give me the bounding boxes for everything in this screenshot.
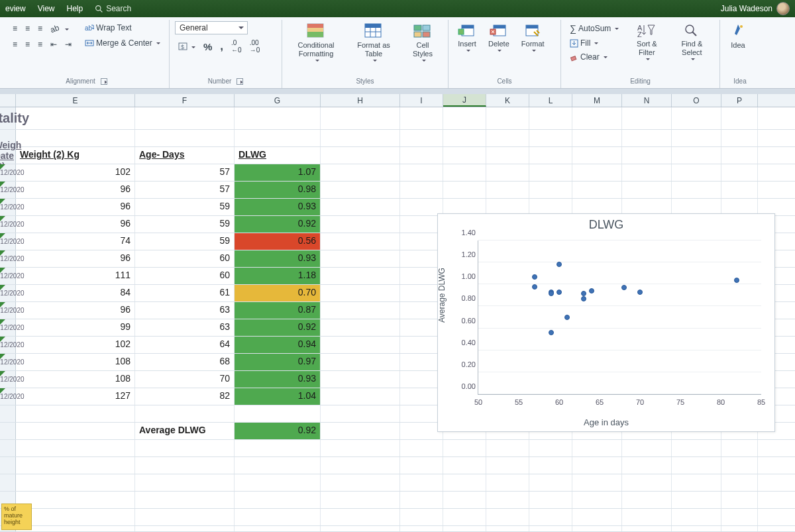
- cell-weigh-date[interactable]: 18/12/2020: [0, 354, 16, 370]
- cell[interactable]: [135, 509, 235, 525]
- cell[interactable]: [443, 509, 486, 525]
- cell-weight[interactable]: 99: [16, 319, 135, 336]
- cell[interactable]: [622, 474, 672, 491]
- column-header-H[interactable]: H: [321, 94, 400, 107]
- cell[interactable]: [400, 457, 443, 474]
- cell[interactable]: [16, 423, 135, 439]
- cell[interactable]: [672, 457, 721, 474]
- worksheet-grid[interactable]: Vitality Weigh Date (2)Weight (2) KgAge-…: [0, 107, 795, 531]
- cell[interactable]: [572, 474, 622, 491]
- cell[interactable]: [572, 492, 622, 508]
- cell[interactable]: [622, 182, 672, 198]
- cell-styles-button[interactable]: Cell Styles: [403, 21, 443, 64]
- align-mid-button[interactable]: ≡: [22, 21, 33, 36]
- cell[interactable]: [235, 440, 321, 456]
- column-header-O[interactable]: O: [672, 94, 721, 107]
- cell-weigh-date[interactable]: 18/12/2020: [0, 216, 16, 233]
- align-top-button[interactable]: ≡: [9, 21, 21, 36]
- orientation-button[interactable]: ab: [47, 21, 72, 36]
- cell[interactable]: [321, 216, 400, 233]
- indent-inc-button[interactable]: ⇥: [62, 38, 75, 51]
- cell-dlwg[interactable]: 0.93: [235, 250, 321, 267]
- cell-dlwg[interactable]: 0.93: [235, 199, 321, 215]
- cell[interactable]: [321, 107, 400, 129]
- cell-dlwg[interactable]: 0.92: [235, 216, 321, 233]
- cell[interactable]: [622, 164, 672, 181]
- cell[interactable]: [572, 457, 622, 474]
- cell[interactable]: [721, 474, 758, 491]
- cell[interactable]: [443, 164, 486, 181]
- cell[interactable]: [721, 526, 758, 531]
- cell[interactable]: [321, 268, 400, 284]
- account-button[interactable]: Julia Wadeson: [721, 2, 790, 15]
- cell[interactable]: [321, 423, 400, 439]
- accounting-format-button[interactable]: $: [175, 37, 199, 56]
- tab-help[interactable]: Help: [66, 4, 83, 13]
- column-header-K[interactable]: K: [486, 94, 529, 107]
- cell[interactable]: [529, 440, 572, 456]
- cell-dlwg[interactable]: 1.07: [235, 164, 321, 181]
- cell[interactable]: [572, 509, 622, 525]
- cell-dlwg[interactable]: 0.93: [235, 371, 321, 388]
- cell[interactable]: [235, 107, 321, 129]
- cell[interactable]: [572, 130, 622, 146]
- cell-age[interactable]: 64: [135, 337, 235, 353]
- cell-weigh-date[interactable]: 18/12/2020: [0, 285, 16, 301]
- cell[interactable]: [235, 130, 321, 146]
- cell[interactable]: [16, 492, 135, 508]
- cell-age[interactable]: 59: [135, 216, 235, 233]
- cell[interactable]: [16, 440, 135, 456]
- cell[interactable]: [622, 492, 672, 508]
- cell[interactable]: [16, 107, 135, 129]
- cell[interactable]: [529, 130, 572, 146]
- decrease-decimal-button[interactable]: .00→0: [246, 37, 264, 56]
- cell-dlwg[interactable]: 0.98: [235, 182, 321, 198]
- cell-weigh-date[interactable]: 18/12/2020: [0, 164, 16, 181]
- cell[interactable]: [400, 164, 443, 181]
- cell[interactable]: [443, 492, 486, 508]
- cell[interactable]: [672, 509, 721, 525]
- row-header[interactable]: [0, 457, 16, 474]
- cell-weigh-date[interactable]: 18/12/2020: [0, 371, 16, 388]
- cell[interactable]: [721, 147, 758, 164]
- cell[interactable]: [321, 250, 400, 267]
- cell-age[interactable]: 63: [135, 319, 235, 336]
- align-center-button[interactable]: ≡: [22, 38, 33, 51]
- cell[interactable]: [321, 233, 400, 250]
- row-header[interactable]: [0, 440, 16, 456]
- cell[interactable]: [672, 182, 721, 198]
- cell[interactable]: [486, 182, 529, 198]
- cell[interactable]: [321, 457, 400, 474]
- cell[interactable]: [443, 474, 486, 491]
- cell[interactable]: [486, 457, 529, 474]
- align-right-button[interactable]: ≡: [34, 38, 46, 51]
- column-header-L[interactable]: L: [529, 94, 572, 107]
- cell-age[interactable]: 57: [135, 164, 235, 181]
- cell[interactable]: [529, 182, 572, 198]
- cell-weigh-date[interactable]: 18/12/2020: [0, 319, 16, 336]
- cell[interactable]: [672, 107, 721, 129]
- column-header-J[interactable]: J: [443, 94, 486, 107]
- cell[interactable]: [672, 164, 721, 181]
- cell[interactable]: [235, 526, 321, 531]
- cell[interactable]: [400, 526, 443, 531]
- tab-review[interactable]: eview: [5, 4, 26, 13]
- cell[interactable]: [443, 147, 486, 164]
- cell[interactable]: [486, 492, 529, 508]
- clear-button[interactable]: Clear: [566, 50, 622, 64]
- cell[interactable]: [443, 182, 486, 198]
- cell-age[interactable]: 57: [135, 182, 235, 198]
- cell[interactable]: [529, 492, 572, 508]
- cell[interactable]: [235, 509, 321, 525]
- cell[interactable]: [400, 474, 443, 491]
- column-header-E[interactable]: E: [16, 94, 135, 107]
- col-header-age[interactable]: Age- Days: [135, 147, 235, 164]
- column-header-M[interactable]: M: [572, 94, 622, 107]
- cell[interactable]: [321, 354, 400, 370]
- cell-age[interactable]: 82: [135, 388, 235, 405]
- cell-age[interactable]: 61: [135, 285, 235, 301]
- cell-weight[interactable]: 111: [16, 268, 135, 284]
- cell[interactable]: [529, 164, 572, 181]
- merge-center-button[interactable]: Merge & Center: [81, 36, 164, 50]
- cell-dlwg[interactable]: 0.56: [235, 233, 321, 250]
